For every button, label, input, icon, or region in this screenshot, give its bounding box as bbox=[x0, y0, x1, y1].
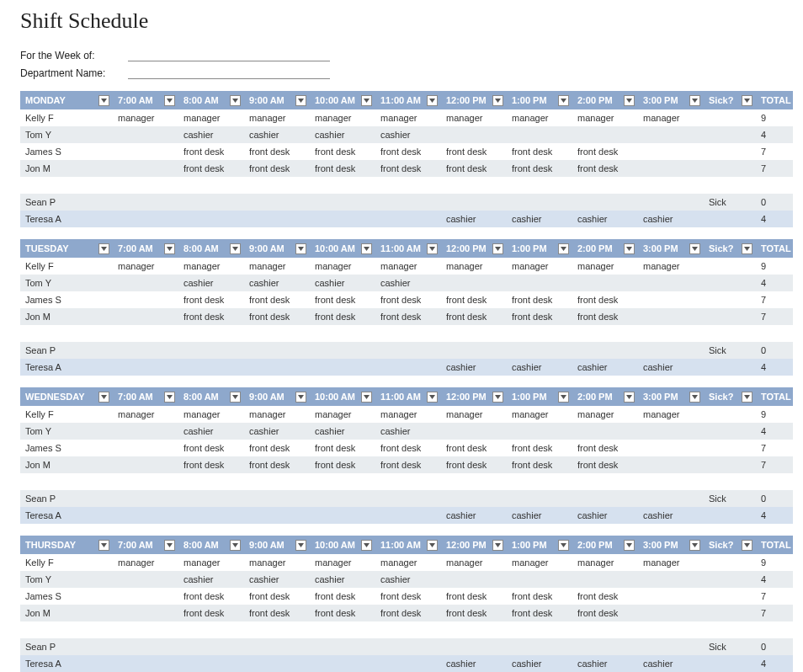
employee-name-cell: Kelly F bbox=[20, 554, 113, 571]
filter-dropdown-icon[interactable] bbox=[361, 95, 372, 106]
col-header[interactable]: 1:00 PM bbox=[507, 91, 572, 109]
filter-dropdown-icon[interactable] bbox=[624, 243, 635, 254]
col-header[interactable]: Sick? bbox=[704, 91, 756, 109]
col-header[interactable]: 1:00 PM bbox=[507, 239, 572, 258]
filter-dropdown-icon[interactable] bbox=[427, 95, 438, 106]
day-name-header[interactable]: THURSDAY bbox=[20, 536, 113, 554]
col-header[interactable]: 1:00 PM bbox=[507, 536, 572, 554]
filter-dropdown-icon[interactable] bbox=[742, 540, 752, 551]
col-header[interactable]: 11:00 AM bbox=[375, 239, 441, 258]
filter-dropdown-icon[interactable] bbox=[492, 95, 503, 106]
col-header-total[interactable]: TOTAL bbox=[756, 536, 793, 554]
col-header[interactable]: 2:00 PM bbox=[572, 536, 638, 554]
col-header-total[interactable]: TOTAL bbox=[756, 387, 793, 406]
filter-dropdown-icon[interactable] bbox=[98, 392, 109, 403]
filter-dropdown-icon[interactable] bbox=[98, 95, 109, 106]
col-header[interactable]: 11:00 AM bbox=[375, 536, 441, 554]
filter-dropdown-icon[interactable] bbox=[295, 392, 306, 403]
filter-dropdown-icon[interactable] bbox=[295, 540, 306, 551]
filter-dropdown-icon[interactable] bbox=[98, 243, 109, 254]
day-name-header[interactable]: WEDNESDAY bbox=[20, 387, 113, 406]
filter-dropdown-icon[interactable] bbox=[427, 392, 438, 403]
col-header[interactable]: Sick? bbox=[704, 536, 756, 554]
col-header[interactable]: 2:00 PM bbox=[572, 239, 638, 258]
col-header[interactable]: Sick? bbox=[704, 387, 756, 406]
filter-dropdown-icon[interactable] bbox=[164, 540, 175, 551]
col-header[interactable]: 10:00 AM bbox=[310, 536, 375, 554]
col-header[interactable]: 8:00 AM bbox=[178, 536, 244, 554]
col-header[interactable]: 11:00 AM bbox=[375, 91, 441, 109]
shift-cell bbox=[638, 177, 704, 194]
filter-dropdown-icon[interactable] bbox=[558, 243, 569, 254]
col-header[interactable]: 7:00 AM bbox=[113, 91, 178, 109]
filter-dropdown-icon[interactable] bbox=[742, 392, 752, 403]
filter-dropdown-icon[interactable] bbox=[742, 95, 752, 106]
col-header[interactable]: 2:00 PM bbox=[572, 91, 638, 109]
col-header-total[interactable]: TOTAL bbox=[756, 91, 793, 109]
col-header-total[interactable]: TOTAL bbox=[756, 239, 793, 258]
filter-dropdown-icon[interactable] bbox=[361, 243, 372, 254]
shift-cell bbox=[638, 621, 704, 638]
col-header[interactable]: 3:00 PM bbox=[638, 239, 704, 258]
col-header[interactable]: 10:00 AM bbox=[310, 387, 375, 406]
filter-dropdown-icon[interactable] bbox=[295, 95, 306, 106]
filter-dropdown-icon[interactable] bbox=[427, 540, 438, 551]
filter-dropdown-icon[interactable] bbox=[689, 95, 700, 106]
filter-dropdown-icon[interactable] bbox=[98, 540, 109, 551]
filter-dropdown-icon[interactable] bbox=[624, 540, 635, 551]
svg-marker-5 bbox=[429, 99, 435, 103]
filter-dropdown-icon[interactable] bbox=[427, 243, 438, 254]
filter-dropdown-icon[interactable] bbox=[230, 95, 241, 106]
filter-dropdown-icon[interactable] bbox=[230, 243, 241, 254]
col-header[interactable]: 10:00 AM bbox=[310, 91, 375, 109]
col-header[interactable]: Sick? bbox=[704, 239, 756, 258]
filter-dropdown-icon[interactable] bbox=[742, 243, 752, 254]
col-header[interactable]: 1:00 PM bbox=[507, 387, 572, 406]
col-header[interactable]: 8:00 AM bbox=[178, 387, 244, 406]
col-header[interactable]: 7:00 AM bbox=[113, 536, 178, 554]
filter-dropdown-icon[interactable] bbox=[361, 540, 372, 551]
filter-dropdown-icon[interactable] bbox=[164, 95, 175, 106]
col-header[interactable]: 9:00 AM bbox=[244, 387, 310, 406]
col-header[interactable]: 7:00 AM bbox=[113, 387, 178, 406]
day-name-header[interactable]: TUESDAY bbox=[20, 239, 113, 258]
col-header[interactable]: 9:00 AM bbox=[244, 536, 310, 554]
col-header[interactable]: 12:00 PM bbox=[441, 91, 507, 109]
col-header[interactable]: 12:00 PM bbox=[441, 387, 507, 406]
col-header[interactable]: 12:00 PM bbox=[441, 239, 507, 258]
filter-dropdown-icon[interactable] bbox=[230, 392, 241, 403]
filter-dropdown-icon[interactable] bbox=[558, 540, 569, 551]
filter-dropdown-icon[interactable] bbox=[492, 540, 503, 551]
col-header[interactable]: 9:00 AM bbox=[244, 91, 310, 109]
col-header[interactable]: 10:00 AM bbox=[310, 239, 375, 258]
filter-dropdown-icon[interactable] bbox=[689, 392, 700, 403]
filter-dropdown-icon[interactable] bbox=[295, 243, 306, 254]
col-header[interactable]: 8:00 AM bbox=[178, 239, 244, 258]
filter-dropdown-icon[interactable] bbox=[164, 243, 175, 254]
filter-dropdown-icon[interactable] bbox=[624, 392, 635, 403]
col-header[interactable]: 2:00 PM bbox=[572, 387, 638, 406]
col-header[interactable]: 11:00 AM bbox=[375, 387, 441, 406]
filter-dropdown-icon[interactable] bbox=[689, 540, 700, 551]
filter-dropdown-icon[interactable] bbox=[689, 243, 700, 254]
col-header[interactable]: 12:00 PM bbox=[441, 536, 507, 554]
filter-dropdown-icon[interactable] bbox=[361, 392, 372, 403]
col-header[interactable]: 9:00 AM bbox=[244, 239, 310, 258]
col-header[interactable]: 3:00 PM bbox=[638, 91, 704, 109]
filter-dropdown-icon[interactable] bbox=[558, 392, 569, 403]
filter-dropdown-icon[interactable] bbox=[492, 243, 503, 254]
col-header[interactable]: 7:00 AM bbox=[113, 239, 178, 258]
col-header[interactable]: 3:00 PM bbox=[638, 536, 704, 554]
filter-dropdown-icon[interactable] bbox=[558, 95, 569, 106]
shift-cell bbox=[113, 655, 178, 672]
shift-cell: front desk bbox=[572, 160, 638, 177]
filter-dropdown-icon[interactable] bbox=[230, 540, 241, 551]
week-of-input-line[interactable] bbox=[128, 49, 330, 61]
col-header[interactable]: 3:00 PM bbox=[638, 387, 704, 406]
day-name-header[interactable]: MONDAY bbox=[20, 91, 113, 109]
filter-dropdown-icon[interactable] bbox=[164, 392, 175, 403]
filter-dropdown-icon[interactable] bbox=[624, 95, 635, 106]
col-header[interactable]: 8:00 AM bbox=[178, 91, 244, 109]
department-input-line[interactable] bbox=[128, 67, 330, 79]
filter-dropdown-icon[interactable] bbox=[492, 392, 503, 403]
